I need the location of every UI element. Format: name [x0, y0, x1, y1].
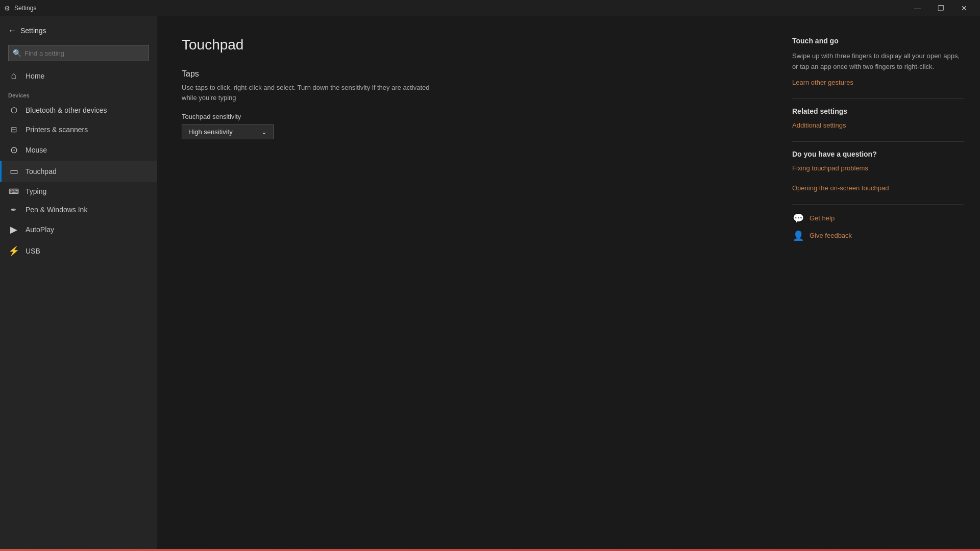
sidebar-item-home[interactable]: ⌂ Home	[0, 65, 157, 86]
search-input[interactable]	[24, 49, 144, 57]
sidebar-item-autoplay[interactable]: ▶ AutoPlay	[0, 219, 157, 240]
feedback-link[interactable]: Give feedback	[810, 232, 852, 239]
right-panel: Touch and go Swipe up with three fingers…	[776, 16, 980, 551]
typing-icon: ⌨	[8, 187, 19, 195]
search-box: 🔍	[8, 45, 149, 61]
pen-icon: ✒	[8, 206, 19, 214]
bottom-bar	[0, 549, 980, 551]
mouse-icon: ⊙	[8, 144, 19, 156]
sidebar-item-home-label: Home	[26, 72, 44, 80]
back-button[interactable]: ← Settings	[0, 20, 157, 41]
home-icon: ⌂	[8, 70, 19, 81]
page-title: Touchpad	[182, 37, 751, 53]
bluetooth-icon: ⬡	[8, 106, 19, 115]
sidebar-item-touchpad[interactable]: ▭ Touchpad	[0, 161, 157, 182]
fixing-link[interactable]: Fixing touchpad problems	[792, 164, 964, 172]
sidebar: ← Settings 🔍 ⌂ Home Devices ⬡ Bluetooth …	[0, 16, 157, 551]
main-content: Touchpad Taps Use taps to click, right-c…	[157, 16, 980, 551]
settings-icon: ⚙	[4, 5, 10, 12]
sidebar-item-mouse[interactable]: ⊙ Mouse	[0, 139, 157, 161]
maximize-button[interactable]: ❐	[929, 0, 952, 16]
sidebar-item-pen-label: Pen & Windows Ink	[26, 206, 87, 214]
divider-2	[792, 141, 964, 142]
divider-3	[792, 204, 964, 205]
chevron-down-icon: ⌄	[261, 128, 267, 136]
titlebar-controls: — ❐ ✕	[905, 0, 976, 16]
back-arrow-icon: ←	[8, 26, 16, 35]
sidebar-item-printers-label: Printers & scanners	[26, 126, 88, 134]
touch-go-desc: Swipe up with three fingers to display a…	[792, 51, 964, 72]
sensitivity-dropdown[interactable]: High sensitivity ⌄	[182, 124, 274, 139]
autoplay-icon: ▶	[8, 224, 19, 235]
usb-icon: ⚡	[8, 245, 19, 257]
sidebar-item-bluetooth-label: Bluetooth & other devices	[26, 106, 107, 114]
section-description: Use taps to click, right-click and selec…	[182, 83, 437, 103]
additional-settings-link[interactable]: Additional settings	[792, 121, 964, 129]
taps-section: Taps Use taps to click, right-click and …	[182, 69, 751, 139]
titlebar-title: Settings	[14, 5, 36, 12]
section-title: Taps	[182, 69, 751, 79]
question-title: Do you have a question?	[792, 150, 964, 158]
learn-gestures-link[interactable]: Learn other gestures	[792, 79, 964, 86]
sidebar-item-touchpad-label: Touchpad	[26, 167, 57, 176]
sidebar-item-usb-label: USB	[26, 247, 40, 255]
sidebar-item-mouse-label: Mouse	[26, 146, 47, 154]
minimize-button[interactable]: —	[905, 0, 929, 16]
sidebar-item-pen[interactable]: ✒ Pen & Windows Ink	[0, 201, 157, 219]
divider-1	[792, 98, 964, 99]
printers-icon: ⊟	[8, 125, 19, 134]
get-help-icon: 💬	[792, 213, 804, 224]
titlebar-left: ⚙ Settings	[4, 5, 36, 12]
sidebar-item-bluetooth[interactable]: ⬡ Bluetooth & other devices	[0, 101, 157, 120]
sensitivity-value: High sensitivity	[188, 128, 233, 136]
touch-go-title: Touch and go	[792, 37, 964, 45]
content-area: Touchpad Taps Use taps to click, right-c…	[157, 16, 776, 551]
sidebar-item-typing[interactable]: ⌨ Typing	[0, 182, 157, 201]
onscreen-link[interactable]: Opening the on-screen touchpad	[792, 184, 964, 192]
close-button[interactable]: ✕	[952, 0, 976, 16]
search-icon: 🔍	[13, 49, 21, 57]
feedback-action: 👤 Give feedback	[792, 230, 964, 241]
sidebar-section-devices: Devices	[0, 86, 157, 101]
titlebar: ⚙ Settings — ❐ ✕	[0, 0, 980, 16]
app-body: ← Settings 🔍 ⌂ Home Devices ⬡ Bluetooth …	[0, 16, 980, 551]
related-settings-title: Related settings	[792, 107, 964, 115]
sidebar-item-autoplay-label: AutoPlay	[26, 226, 54, 234]
sensitivity-label: Touchpad sensitivity	[182, 113, 751, 120]
get-help-action: 💬 Get help	[792, 213, 964, 224]
sidebar-item-typing-label: Typing	[26, 187, 46, 195]
feedback-icon: 👤	[792, 230, 804, 241]
sidebar-item-usb[interactable]: ⚡ USB	[0, 240, 157, 262]
get-help-link[interactable]: Get help	[810, 214, 835, 222]
sidebar-app-title: Settings	[20, 27, 46, 35]
touchpad-icon: ▭	[8, 166, 19, 177]
sidebar-item-printers[interactable]: ⊟ Printers & scanners	[0, 120, 157, 139]
